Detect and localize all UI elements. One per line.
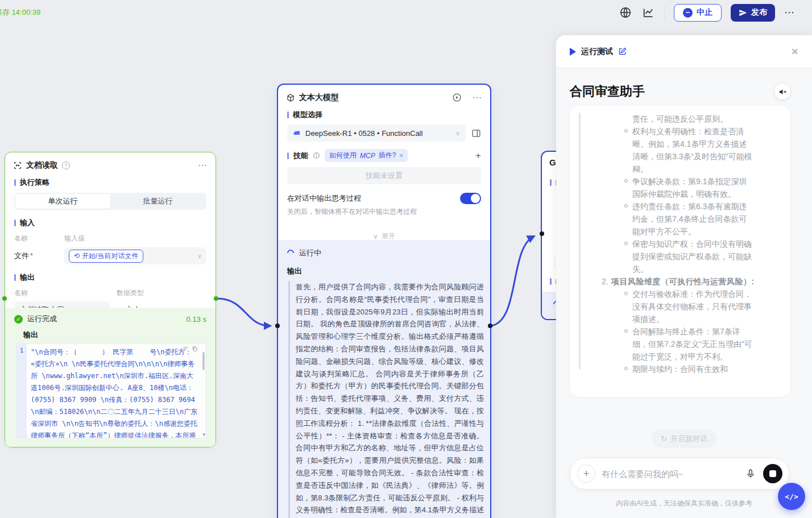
mute-audio-button[interactable]	[774, 84, 790, 100]
llm-run-result: 运行中 输出 首先，用户提供了合同内容，我需要作为合同风险顾问进行分析。合同名称…	[278, 240, 490, 518]
llm-node-title: 文本大模型	[299, 93, 339, 103]
run-test-header: 运行测试 ×	[556, 35, 812, 68]
section-bar	[287, 111, 289, 118]
stop-generating-button[interactable]	[763, 464, 782, 483]
publish-button-label: 发布	[751, 7, 767, 18]
globe-icon[interactable]	[619, 6, 632, 19]
bullet-icon	[624, 129, 628, 132]
bullet-icon	[624, 329, 628, 333]
more-menu-icon[interactable]: ⋯	[784, 6, 795, 19]
chat-bullet-item: 违约责任条款：第6.3条有逾期违约金，但第7.4条终止合同条款可能对甲方不公平。	[624, 200, 781, 238]
llm-output-text[interactable]: 首先，用户提供了合同内容，我需要作为合同风险顾问进行分析。合同名称是“民事委托代…	[288, 281, 484, 518]
doc-node-header: 文档读取 ? ⋯	[5, 152, 216, 173]
file-value-select[interactable]: ⟲ 开始/当前对话文件 ∨	[64, 247, 206, 264]
file-reference-tag[interactable]: ⟲ 开始/当前对话文件	[69, 250, 143, 263]
scrollbar-thumb[interactable]	[202, 352, 205, 370]
agent-title: 合同审查助手	[570, 83, 774, 100]
llm-run-status-row: 运行中	[278, 240, 490, 258]
autosave-status: 保存 14:00:39	[0, 7, 40, 18]
chat-bullet-item: 合同解除与终止条件：第7条详细，但第7.2条定义“无正当理由”可能过于宽泛，对甲…	[624, 325, 781, 363]
llm-output-label: 输出	[287, 266, 481, 276]
section-bar	[14, 219, 16, 226]
llm-node[interactable]: 文本大模型 ⋯ 模型选择 DeepSeek-R1 • 0528 • Functi…	[277, 84, 491, 518]
doc-node-title: 文档读取	[26, 160, 58, 171]
chat-input[interactable]	[602, 469, 738, 479]
assistant-message-card[interactable]: 责任，可能违反公平原则。 权利与义务明确性：检查是否清晰。例如，第4.1条甲方义…	[570, 106, 790, 397]
bullet-icon	[624, 204, 628, 208]
copy-icon[interactable]	[192, 346, 198, 352]
file-input-row: 文件+* ⟲ 开始/当前对话文件 ∨	[14, 247, 206, 264]
topbar-actions: − 中止 发布 ⋯	[619, 3, 795, 22]
think-process-toggle[interactable]	[460, 193, 481, 204]
mic-button[interactable]	[744, 467, 757, 480]
line-number: 1	[16, 344, 27, 438]
edit-icon[interactable]	[618, 47, 627, 56]
tab-single-run[interactable]: 单次运行	[15, 194, 110, 209]
next-node-input-port[interactable]	[540, 231, 544, 236]
doc-node-output-port[interactable]	[214, 296, 218, 301]
doc-node-input-port[interactable]	[2, 296, 7, 301]
remove-skill-icon[interactable]: ×	[399, 152, 403, 160]
stop-button[interactable]: − 中止	[674, 4, 722, 22]
doc-run-result: ✓ 运行完成 0.13 s 输出 1 "\n合同号：（ ） 民字第 号\n委托方…	[5, 308, 216, 447]
llm-node-more-icon[interactable]: ⋯	[473, 92, 482, 103]
publish-button[interactable]: 发布	[731, 4, 775, 22]
run-test-panel: 运行测试 × 合同审查助手 责任，可能违反公平原则。 权利与义务明确性：检查是否…	[556, 35, 812, 518]
tab-batch-run[interactable]: 批量运行	[110, 194, 205, 209]
bullet-icon	[624, 367, 628, 370]
doc-run-output-label: 输出	[23, 330, 206, 340]
running-spinner-icon	[286, 248, 296, 258]
doc-reader-node[interactable]: 文档读取 ? ⋯ 执行策略 单次运行 批量运行 输入 名称 输入值 文件+* ⟲…	[5, 152, 216, 447]
close-panel-icon[interactable]: ×	[791, 45, 798, 58]
skill-tag-mcp-plugin[interactable]: 如何使用 MCP 插件? ×	[325, 149, 408, 162]
llm-run-status: 运行中	[299, 248, 321, 258]
section-bar	[14, 274, 16, 281]
doc-node-more-icon[interactable]: ⋯	[198, 160, 208, 171]
chat-input-bar: +	[570, 458, 789, 490]
success-check-icon: ✓	[14, 315, 23, 324]
info-icon[interactable]	[313, 152, 320, 159]
assistant-message-body: 责任，可能违反公平原则。 权利与义务明确性：检查是否清晰。例如，第4.1条甲方义…	[602, 113, 781, 375]
minus-circle-icon: −	[683, 8, 693, 18]
stop-icon	[769, 470, 776, 477]
chat-bullet-item: 交付与验收标准：作为代理合同，没有具体交付物标准，只有代理事项描述。	[624, 288, 781, 325]
doc-run-status: 运行完成	[27, 314, 182, 324]
doc-run-duration: 0.13 s	[187, 315, 206, 324]
analytics-icon[interactable]	[641, 6, 655, 19]
send-icon	[739, 9, 747, 17]
scroll-down-icon[interactable]: ▾	[202, 432, 205, 437]
add-skill-icon[interactable]: +	[475, 150, 481, 161]
attach-button[interactable]: +	[577, 465, 595, 483]
new-chat-button[interactable]: ↻ 开启新对话	[652, 429, 716, 448]
doc-output-code[interactable]: 1 "\n合同号：（ ） 民字第 号\n委托方：«委托方»\n \n民事委托代理…	[16, 343, 206, 438]
agent-title-row: 合同审查助手	[556, 68, 812, 100]
help-icon[interactable]: ?	[62, 161, 70, 169]
think-toggle-row: 在对话中输出思考过程	[287, 193, 481, 204]
refresh-icon: ↻	[661, 434, 667, 443]
bullet-icon	[624, 292, 628, 295]
chat-text-line: 责任，可能违反公平原则。	[632, 113, 755, 125]
run-node-icon[interactable]	[452, 93, 462, 102]
model-config-panel-icon[interactable]	[471, 129, 481, 138]
bullet-icon	[624, 242, 628, 245]
edge-doc-to-llm[interactable]	[217, 299, 270, 326]
deepseek-whale-icon	[293, 129, 301, 138]
think-toggle-label: 在对话中输出思考过程	[287, 193, 460, 204]
skill-label: 技能	[293, 151, 308, 161]
wrap-text-icon[interactable]	[183, 346, 189, 352]
input-columns: 名称 输入值	[14, 234, 206, 243]
thinking-quote-bar	[579, 113, 581, 370]
dev-chat-float-button[interactable]: </>	[778, 483, 805, 510]
model-select[interactable]: DeepSeek-R1 • 0528 • FunctionCall ∨	[287, 125, 466, 142]
cube-icon	[286, 93, 295, 102]
model-name: DeepSeek-R1 • 0528 • FunctionCall	[305, 129, 422, 138]
model-row: DeepSeek-R1 • 0528 • FunctionCall ∨	[287, 125, 481, 142]
run-test-title: 运行测试	[581, 47, 613, 57]
stop-button-label: 中止	[697, 7, 712, 18]
chevron-down-icon: ∨	[455, 130, 460, 137]
chat-numbered-item: 2. 项目风险维度（可执行性与运营风险）:	[602, 275, 781, 288]
input-section-label: 输入	[14, 218, 206, 228]
llm-node-input-port[interactable]	[275, 324, 280, 328]
edge-llm-to-next[interactable]	[491, 237, 533, 326]
llm-node-output-port[interactable]	[488, 324, 492, 328]
